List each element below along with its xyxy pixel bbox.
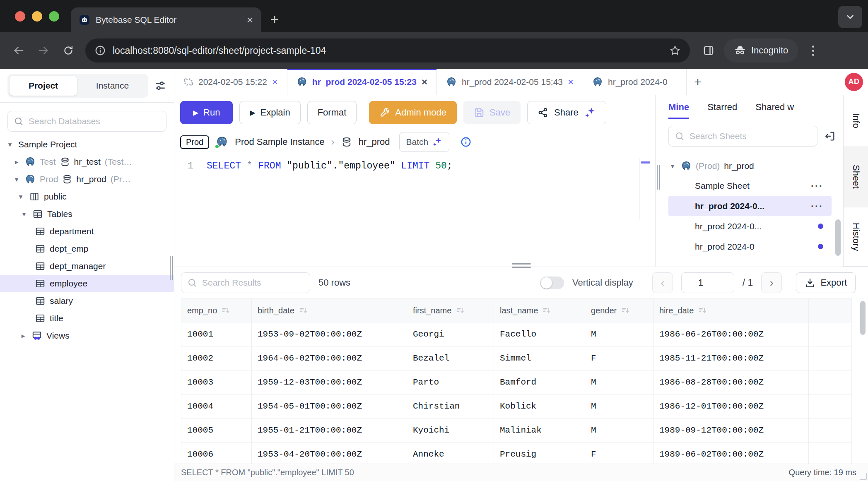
tab-instance[interactable]: Instance	[79, 76, 146, 96]
tree-item-table-employee[interactable]: employee	[0, 275, 174, 292]
database-search[interactable]	[7, 111, 166, 132]
admin-mode-button[interactable]: Admin mode	[369, 101, 457, 124]
sort-icon[interactable]	[221, 306, 230, 315]
page-number-input[interactable]	[681, 272, 734, 293]
sheet-item-sample[interactable]: Sample Sheet ···	[668, 176, 832, 196]
sheet-search-input[interactable]	[690, 131, 811, 141]
close-tab-icon[interactable]: ×	[272, 76, 278, 88]
sql-editor[interactable]: 1 SELECT * FROM "public"."employee" LIMI…	[174, 154, 655, 267]
format-button[interactable]: Format	[307, 101, 357, 124]
results-scrollbar[interactable]	[860, 301, 866, 335]
editor-tab-4[interactable]: hr_prod 2024-0	[583, 69, 687, 95]
zoom-window-button[interactable]	[49, 11, 59, 22]
caret-down-icon[interactable]: ▾	[6, 140, 14, 149]
tree-item-prod-db[interactable]: ▾ Prod hr_prod (Pr…	[0, 171, 174, 188]
prev-page-button[interactable]: ‹	[652, 272, 673, 293]
tree-item-schema-public[interactable]: ▾ public	[0, 188, 174, 205]
tab-info[interactable]: Info	[844, 95, 868, 146]
sort-icon[interactable]	[456, 306, 465, 315]
sheet-item-unsaved-2[interactable]: hr_prod 2024-0	[668, 236, 832, 257]
tree-item-tables-group[interactable]: ▾ Tables	[0, 205, 174, 223]
column-header-birth-date[interactable]: birth_date	[252, 298, 407, 322]
new-browser-tab-button[interactable]: +	[261, 11, 288, 32]
back-button[interactable]	[7, 39, 30, 62]
panel-resize-handle[interactable]	[655, 95, 661, 267]
results-splitter-handle[interactable]	[512, 263, 531, 268]
share-button[interactable]: Share	[527, 101, 606, 124]
tab-project[interactable]: Project	[10, 76, 77, 96]
tree-item-table-dept-emp[interactable]: dept_emp	[0, 240, 174, 257]
browser-tab[interactable]: Bytebase SQL Editor ×	[71, 7, 261, 32]
column-header-first-name[interactable]: first_name	[407, 298, 494, 322]
column-header-gender[interactable]: gender	[585, 298, 653, 322]
minimize-window-button[interactable]	[32, 11, 42, 22]
close-tab-icon[interactable]: ×	[568, 76, 574, 88]
user-avatar[interactable]: AD	[845, 73, 863, 91]
tree-item-test-db[interactable]: ▸ Test hr_test (Test…	[0, 153, 174, 171]
database-search-input[interactable]	[29, 116, 160, 126]
instance-name[interactable]: Prod Sample Instance	[235, 137, 324, 147]
sort-icon[interactable]	[621, 306, 630, 315]
close-window-button[interactable]	[15, 11, 25, 22]
sort-icon[interactable]	[542, 306, 551, 315]
new-sheet-tab-button[interactable]: +	[687, 69, 709, 95]
collapse-panel-icon[interactable]	[824, 130, 836, 142]
tree-item-table-title[interactable]: title	[0, 310, 174, 327]
resize-grip[interactable]	[860, 473, 867, 480]
next-page-button[interactable]: ›	[761, 272, 782, 293]
url-text[interactable]: localhost:8080/sql-editor/sheet/project-…	[113, 45, 663, 56]
bookmark-star-icon[interactable]	[669, 45, 681, 56]
column-header-emp-no[interactable]: emp_no	[181, 298, 252, 322]
caret-down-icon[interactable]: ▾	[17, 192, 25, 201]
tree-item-table-dept-manager[interactable]: dept_manager	[0, 257, 174, 275]
tree-item-table-salary[interactable]: salary	[0, 292, 174, 310]
editor-tab-3[interactable]: hr_prod 2024-02-05 15:43 ×	[437, 69, 583, 95]
caret-down-icon[interactable]: ▾	[12, 175, 21, 184]
editor-minimap[interactable]	[639, 158, 652, 220]
tab-sheet[interactable]: Sheet	[844, 146, 868, 207]
sheet-search[interactable]	[668, 126, 817, 147]
sheet-menu-icon[interactable]: ···	[811, 200, 823, 212]
tree-item-views-group[interactable]: ▸ Views	[0, 327, 174, 344]
sidebar-resize-handle[interactable]	[170, 256, 173, 280]
sheet-menu-icon[interactable]: ···	[811, 180, 823, 192]
tab-history[interactable]: History	[844, 207, 868, 267]
tab-list-chevron-button[interactable]	[838, 6, 862, 28]
results-search-input[interactable]	[202, 278, 304, 288]
tree-item-project[interactable]: ▾ Sample Project	[0, 136, 174, 153]
url-bar[interactable]: localhost:8080/sql-editor/sheet/project-…	[85, 38, 690, 63]
save-button[interactable]: Save	[463, 101, 521, 124]
vertical-display-toggle[interactable]	[540, 277, 564, 289]
column-header-last-name[interactable]: last_name	[494, 298, 585, 322]
sheet-item-current[interactable]: hr_prod 2024-0... ···	[668, 196, 832, 216]
sheet-group-hr-prod[interactable]: ▾ (Prod) hr_prod	[668, 156, 843, 176]
tab-shared[interactable]: Shared w	[755, 102, 794, 118]
editor-tab-1[interactable]: 2024-02-05 15:22 ×	[174, 69, 287, 95]
tree-item-table-department[interactable]: department	[0, 223, 174, 240]
batch-mode-button[interactable]: Batch	[399, 132, 450, 152]
editor-tab-2-active[interactable]: hr_prod 2024-02-05 15:23 ×	[287, 69, 437, 95]
forward-button[interactable]	[32, 39, 55, 62]
caret-right-icon[interactable]: ▸	[12, 158, 21, 166]
sort-icon[interactable]	[698, 306, 707, 315]
caret-down-icon[interactable]: ▾	[20, 210, 28, 219]
caret-right-icon[interactable]: ▸	[19, 332, 27, 340]
reload-button[interactable]	[57, 39, 80, 62]
explain-button[interactable]: ▶ Explain	[239, 101, 300, 124]
browser-menu-button[interactable]	[805, 46, 821, 56]
browser-tab-close-icon[interactable]: ×	[247, 14, 253, 25]
sort-icon[interactable]	[299, 306, 308, 315]
side-panel-button[interactable]	[702, 44, 715, 57]
sheet-item-unsaved-1[interactable]: hr_prod 2024-0...	[668, 216, 832, 236]
info-circle-icon[interactable]	[460, 136, 472, 148]
site-info-icon[interactable]	[94, 45, 106, 56]
database-name[interactable]: hr_prod	[359, 137, 390, 147]
results-search[interactable]	[181, 272, 310, 293]
filter-sliders-icon[interactable]	[154, 79, 166, 92]
close-tab-icon[interactable]: ×	[422, 76, 427, 88]
tab-mine[interactable]: Mine	[668, 102, 689, 119]
caret-down-icon[interactable]: ▾	[668, 162, 677, 171]
run-button[interactable]: ▶ Run	[180, 101, 233, 124]
column-header-hire-date[interactable]: hire_date	[653, 298, 809, 322]
sheet-list-scrollbar[interactable]	[835, 219, 841, 256]
